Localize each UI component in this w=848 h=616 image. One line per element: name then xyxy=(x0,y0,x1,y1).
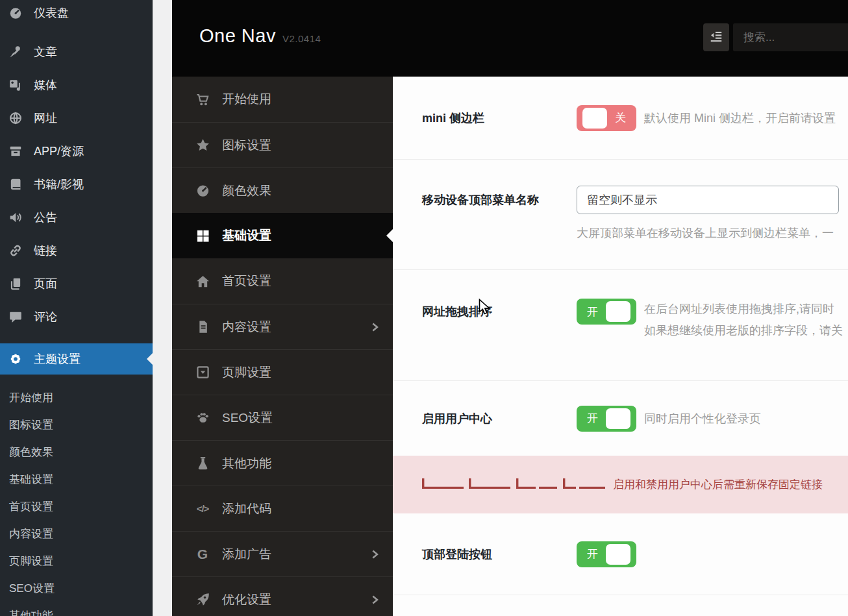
nav-item-basic-settings[interactable]: 基础设置 xyxy=(172,213,393,258)
sidebar-item-label: 网址 xyxy=(34,110,57,126)
sidebar-item-label: 主题设置 xyxy=(34,351,81,367)
nav-item-add-ads[interactable]: G 添加广告 xyxy=(172,531,393,576)
toggle-knob xyxy=(606,301,630,322)
home-icon xyxy=(195,273,210,289)
nav-item-home-settings[interactable]: 首页设置 xyxy=(172,258,393,304)
sidebar-item-label: 文章 xyxy=(34,44,57,60)
paw-icon xyxy=(195,410,210,426)
toggle-state-label: 开 xyxy=(582,304,603,319)
submenu-item-icon-settings[interactable]: 图标设置 xyxy=(0,411,153,438)
setting-help-text: 同时启用个性化登录页 xyxy=(644,411,761,426)
nav-item-footer-settings[interactable]: 页脚设置 xyxy=(172,349,393,395)
submenu-item-home-settings[interactable]: 首页设置 xyxy=(0,493,153,520)
submenu-item-basic-settings[interactable]: 基础设置 xyxy=(0,465,153,493)
toggle-knob xyxy=(606,408,630,429)
sidebar-gap xyxy=(153,0,172,616)
submenu-item-seo-settings[interactable]: SEO设置 xyxy=(0,574,153,602)
code-icon: </> xyxy=(195,501,210,517)
sidebar-item-label: 仪表盘 xyxy=(34,5,69,21)
setting-help-text: 大屏顶部菜单在移动设备上显示到侧边栏菜单，一 xyxy=(577,225,839,241)
sidebar-separator xyxy=(0,333,153,343)
submenu-item-color-effects[interactable]: 颜色效果 xyxy=(0,438,153,465)
brand-title: One NavV2.0414 xyxy=(199,25,321,47)
caret-square-down-icon xyxy=(195,365,210,380)
sidebar-item-dashboard[interactable]: 仪表盘 xyxy=(0,0,153,26)
sidebar-item-label: 链接 xyxy=(34,243,57,258)
user-center-toggle[interactable]: 开 xyxy=(577,406,636,432)
setting-row-user-center: 启用用户中心 开 同时启用个性化登录页 xyxy=(393,381,848,456)
sidebar-item-theme-settings[interactable]: 主题设置 xyxy=(0,343,153,375)
setting-help-text: 在后台网址列表使用拖拽排序,请同时 如果想继续使用老版的排序字段，请关 xyxy=(644,299,843,341)
nav-item-optimization-settings[interactable]: 优化设置 xyxy=(172,576,393,616)
nav-item-seo-settings[interactable]: SEO设置 xyxy=(172,395,393,440)
sidebar-item-announcements[interactable]: 公告 xyxy=(0,201,153,234)
rocket-icon xyxy=(195,592,210,608)
nav-item-color-effects[interactable]: 颜色效果 xyxy=(172,167,393,213)
sidebar-item-label: 页面 xyxy=(34,276,57,291)
sidebar-item-media[interactable]: 媒体 xyxy=(0,68,153,101)
media-icon xyxy=(8,77,23,93)
submenu-item-getting-started[interactable]: 开始使用 xyxy=(0,384,153,411)
setting-label: 移动设备顶部菜单名称 xyxy=(422,186,577,214)
sidebar-item-label: APP/资源 xyxy=(34,143,84,159)
sidebar-item-app-resources[interactable]: APP/资源 xyxy=(0,134,153,167)
theme-settings-nav: 开始使用 图标设置 颜色效果 基础设置 首页设置 xyxy=(172,77,393,616)
nav-item-getting-started[interactable]: 开始使用 xyxy=(172,77,393,122)
star-icon xyxy=(195,138,210,153)
one-nav-settings-page: 仪表盘 文章 媒体 网址 APP/资源 xyxy=(0,0,848,616)
setting-label: 网址拖拽排序 xyxy=(422,299,577,325)
book-icon xyxy=(8,177,23,192)
google-g-icon: G xyxy=(195,547,210,562)
outdent-icon xyxy=(709,29,723,46)
collapse-menu-button[interactable] xyxy=(703,23,729,51)
setting-row-url-drag-sort: 网址拖拽排序 开 在后台网址列表使用拖拽排序,请同时 如果想继续使用老版的排序字… xyxy=(393,270,848,381)
sidebar-item-label: 媒体 xyxy=(34,77,57,93)
search-input[interactable] xyxy=(733,23,848,51)
globe-icon xyxy=(8,110,23,126)
archive-box-icon xyxy=(8,143,23,159)
setting-label: 启用用户中心 xyxy=(422,411,577,426)
comment-icon xyxy=(8,309,23,325)
setting-row-top-login-button: 顶部登陆按钮 开 xyxy=(393,513,848,595)
sidebar-item-urls[interactable]: 网址 xyxy=(0,101,153,134)
chevron-right-icon xyxy=(370,322,380,335)
settings-panel: mini 侧边栏 关 默认使用 Mini 侧边栏，开启前请设置 移动设备顶部菜单… xyxy=(393,77,848,616)
user-center-warning-banner: 启用和禁用用户中心后需重新保存固定链接 xyxy=(393,456,848,513)
file-icon xyxy=(195,319,210,335)
sidebar-item-links[interactable]: 链接 xyxy=(0,234,153,267)
setting-row-mini-sidebar: mini 侧边栏 关 默认使用 Mini 侧边栏，开启前请设置 xyxy=(393,77,848,160)
submenu-item-footer-settings[interactable]: 页脚设置 xyxy=(0,547,153,574)
dashed-lines-graphic xyxy=(422,477,605,493)
submenu-item-other-features[interactable]: 其他功能 xyxy=(0,602,153,616)
sidebar-separator xyxy=(0,26,153,35)
toggle-knob xyxy=(582,108,607,129)
tachometer-icon xyxy=(195,183,210,199)
pages-icon xyxy=(8,276,23,291)
setting-label: 顶部登陆按钮 xyxy=(422,547,577,562)
toggle-state-label: 开 xyxy=(582,547,603,561)
toggle-knob xyxy=(606,544,630,565)
nav-item-content-settings[interactable]: 内容设置 xyxy=(172,304,393,349)
nav-item-icon-settings[interactable]: 图标设置 xyxy=(172,122,393,167)
submenu-item-content-settings[interactable]: 内容设置 xyxy=(0,520,153,547)
link-icon xyxy=(8,243,23,258)
toggle-state-label: 开 xyxy=(582,411,603,426)
warning-text: 启用和禁用用户中心后需重新保存固定链接 xyxy=(613,477,823,492)
mini-sidebar-toggle[interactable]: 关 xyxy=(577,105,636,131)
mobile-menu-name-input[interactable] xyxy=(577,186,839,214)
megaphone-icon xyxy=(8,210,23,225)
sidebar-item-pages[interactable]: 页面 xyxy=(0,267,153,300)
chevron-right-icon xyxy=(370,595,380,608)
sidebar-item-books-movies[interactable]: 书籍/影视 xyxy=(0,167,153,201)
nav-item-add-code[interactable]: </> 添加代码 xyxy=(172,486,393,531)
sidebar-item-posts[interactable]: 文章 xyxy=(0,35,153,68)
setting-label: mini 侧边栏 xyxy=(422,110,577,126)
sidebar-item-label: 公告 xyxy=(34,210,57,225)
url-drag-sort-toggle[interactable]: 开 xyxy=(577,299,636,325)
nav-item-other-features[interactable]: 其他功能 xyxy=(172,440,393,486)
toggle-state-label: 关 xyxy=(610,110,630,125)
sidebar-item-comments[interactable]: 评论 xyxy=(0,300,153,333)
flask-icon xyxy=(195,456,210,471)
top-login-button-toggle[interactable]: 开 xyxy=(577,541,636,567)
chevron-right-icon xyxy=(370,549,380,562)
